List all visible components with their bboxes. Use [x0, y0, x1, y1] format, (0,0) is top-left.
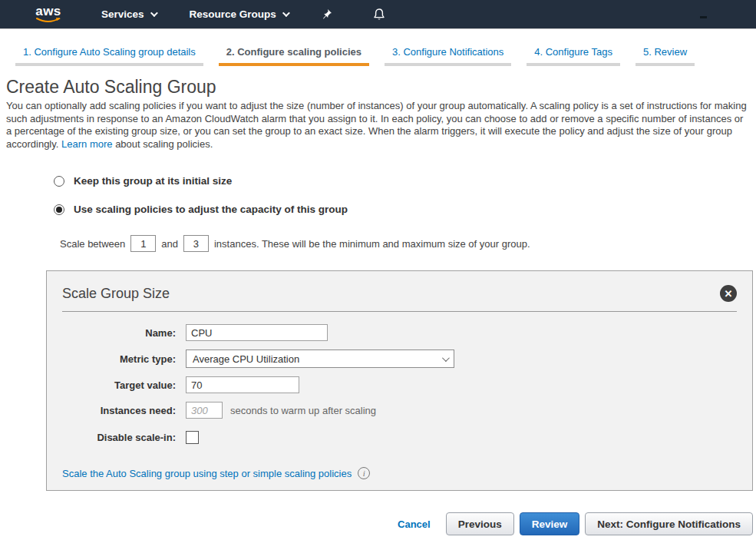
next-configure-notifications-button[interactable]: Next: Configure Notifications [585, 512, 753, 535]
scale-between-suffix: instances. These will be the minimum and… [214, 238, 530, 250]
cancel-link[interactable]: Cancel [398, 518, 431, 530]
disable-scale-in-checkbox[interactable] [186, 431, 199, 444]
chevron-down-icon [282, 9, 290, 17]
step-tab-1[interactable]: 1. Configure Auto Scaling group details [15, 43, 203, 66]
resource-groups-menu[interactable]: Resource Groups [190, 8, 288, 20]
radio-unchecked-icon[interactable] [54, 176, 64, 187]
warmup-seconds-input[interactable] [186, 402, 223, 419]
info-icon[interactable]: i [358, 467, 370, 479]
scale-between-and: and [161, 238, 178, 250]
panel-divider [62, 311, 737, 312]
review-button[interactable]: Review [520, 512, 580, 535]
aws-logo[interactable]: aws [35, 5, 61, 24]
resource-groups-menu-label: Resource Groups [190, 8, 276, 20]
notifications-button[interactable] [373, 8, 385, 22]
panel-title: Scale Group Size [62, 286, 170, 302]
metric-type-selected-value: Average CPU Utilization [193, 353, 299, 365]
chevron-down-icon [442, 354, 450, 362]
scaling-policy-form: Name: Metric type: Average CPU Utilizati… [62, 324, 737, 444]
step-tab-4[interactable]: 4. Configure Tags [527, 43, 620, 66]
aws-smile-icon [35, 17, 61, 24]
services-menu[interactable]: Services [101, 8, 156, 20]
aws-logo-text: aws [35, 5, 61, 17]
chevron-down-icon [150, 9, 158, 17]
radio-keep-initial-size-label: Keep this group at its initial size [74, 175, 232, 187]
scale-between-row: Scale between and instances. These will … [60, 235, 756, 252]
account-label-placeholder [700, 16, 707, 18]
target-value-input[interactable] [186, 376, 299, 393]
disable-scale-in-label: Disable scale-in: [62, 432, 176, 443]
metric-type-select[interactable]: Average CPU Utilization [186, 350, 454, 368]
services-menu-label: Services [101, 8, 144, 20]
intro-paragraph: You can optionally add scaling policies … [6, 100, 749, 151]
step-tab-3[interactable]: 3. Configure Notifications [385, 43, 511, 66]
wizard-footer: Cancel Previous Review Next: Configure N… [0, 512, 753, 535]
intro-text-after: about scaling policies. [115, 138, 213, 150]
learn-more-link[interactable]: Learn more [61, 138, 112, 150]
bell-icon [373, 8, 385, 22]
step-tab-5[interactable]: 5. Review [636, 43, 695, 66]
scale-between-prefix: Scale between [60, 238, 125, 250]
step-tab-2-active[interactable]: 2. Configure scaling policies [219, 43, 369, 66]
min-size-input[interactable] [130, 235, 156, 252]
top-navbar: aws Services Resource Groups [0, 0, 756, 29]
pin-button[interactable] [322, 8, 333, 21]
radio-use-scaling-policies[interactable]: Use scaling policies to adjust the capac… [54, 204, 756, 215]
close-icon[interactable]: ✕ [720, 285, 737, 302]
step-simple-policies-link[interactable]: Scale the Auto Scaling group using step … [62, 468, 352, 479]
policy-name-input[interactable] [186, 324, 328, 341]
wizard-steps: 1. Configure Auto Scaling group details … [0, 29, 756, 66]
scaling-mode-options: Keep this group at its initial size Use … [54, 175, 756, 215]
scale-group-size-panel: Scale Group Size ✕ Name: Metric type: Av… [46, 270, 753, 491]
name-label: Name: [62, 327, 176, 339]
page-title: Create Auto Scaling Group [6, 77, 756, 98]
warmup-suffix-text: seconds to warm up after scaling [230, 405, 376, 416]
metric-type-label: Metric type: [62, 353, 176, 365]
max-size-input[interactable] [183, 235, 209, 252]
warmup-label: Instances need: [62, 405, 176, 416]
radio-use-scaling-policies-label: Use scaling policies to adjust the capac… [74, 204, 348, 215]
radio-checked-icon[interactable] [54, 204, 64, 215]
target-value-label: Target value: [62, 379, 176, 391]
radio-keep-initial-size[interactable]: Keep this group at its initial size [54, 175, 756, 187]
pushpin-icon [322, 8, 333, 21]
previous-button[interactable]: Previous [446, 512, 514, 535]
